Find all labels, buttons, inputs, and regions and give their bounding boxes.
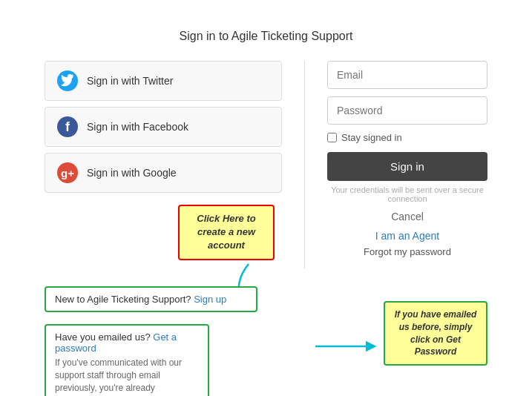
stay-signed-checkbox[interactable]: [327, 133, 337, 142]
google-label: Sign in with Google: [87, 167, 177, 179]
new-account-text: New to Agile Ticketing Support?: [55, 294, 191, 305]
new-account-box: New to Agile Ticketing Support? Sign up: [45, 286, 257, 312]
stay-signed-label: Stay signed in: [341, 132, 402, 143]
stay-signed-container: Stay signed in: [327, 132, 487, 143]
email-us-text: Have you emailed us?: [55, 331, 151, 343]
signin-button[interactable]: Sign in: [327, 152, 487, 181]
twitter-icon: [57, 70, 78, 91]
get-password-callout: If you have emailed us before, simply cl…: [384, 301, 487, 366]
email-callout-arrow: [312, 331, 378, 361]
email-input[interactable]: [327, 61, 487, 89]
forgot-password-link[interactable]: Forgot my password: [327, 246, 487, 257]
facebook-icon: f: [57, 116, 78, 137]
secure-note: Your credentials will be sent over a sec…: [327, 185, 487, 203]
google-signin-button[interactable]: g+ Sign in with Google: [45, 153, 282, 193]
left-panel: Sign in with Twitter f Sign in with Face…: [45, 61, 282, 199]
bottom-row: New to Agile Ticketing Support? Sign up …: [45, 286, 487, 396]
bottom-section: Click Here to create a new account New t…: [45, 286, 487, 396]
email-us-sub: If you've communicated with our support …: [55, 357, 199, 396]
signup-link[interactable]: Sign up: [194, 294, 226, 305]
facebook-signin-button[interactable]: f Sign in with Facebook: [45, 107, 282, 147]
create-account-callout: Click Here to create a new account: [178, 205, 275, 260]
email-us-header: Have you emailed us? Get a password: [55, 331, 199, 354]
right-panel: Stay signed in Sign in Your credentials …: [327, 61, 487, 257]
facebook-label: Sign in with Facebook: [87, 121, 188, 133]
password-input[interactable]: [327, 96, 487, 125]
twitter-signin-button[interactable]: Sign in with Twitter: [45, 61, 282, 101]
twitter-label: Sign in with Twitter: [87, 75, 173, 87]
vertical-divider: [304, 61, 305, 268]
google-icon: g+: [57, 162, 78, 183]
cancel-link[interactable]: Cancel: [327, 211, 487, 222]
agent-link[interactable]: I am an Agent: [327, 230, 487, 242]
page-title: Sign in to Agile Ticketing Support: [45, 30, 487, 43]
main-container: Sign in to Agile Ticketing Support Sign …: [15, 15, 517, 396]
email-us-box: Have you emailed us? Get a password If y…: [45, 324, 209, 396]
